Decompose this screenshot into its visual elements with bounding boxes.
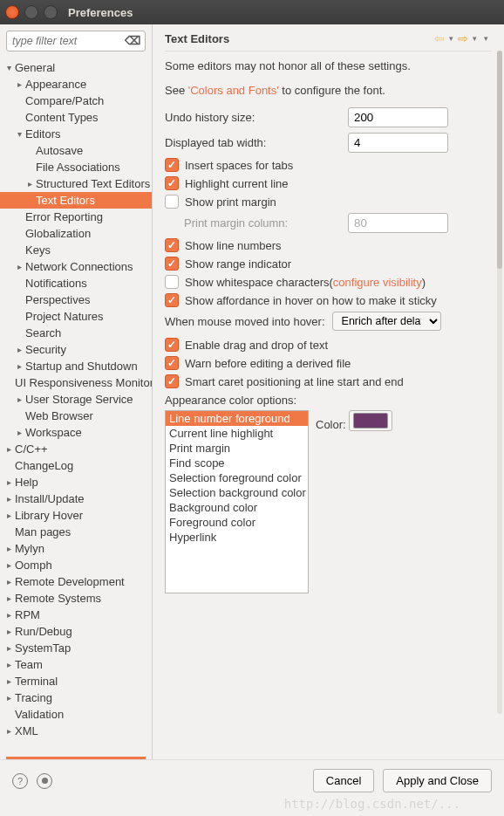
tree-item[interactable]: Text Editors	[0, 192, 152, 209]
chevron-right-icon[interactable]	[3, 643, 14, 653]
tree-item[interactable]: Team	[0, 656, 152, 673]
tree-item[interactable]: User Storage Service	[0, 391, 152, 408]
smart-caret-checkbox[interactable]	[165, 374, 179, 388]
chevron-right-icon[interactable]	[3, 544, 14, 553]
chevron-right-icon[interactable]	[14, 361, 24, 371]
tree-item[interactable]: Tracing	[0, 689, 152, 706]
window-minimize-icon[interactable]	[24, 5, 38, 19]
tree-item[interactable]: Oomph	[0, 557, 152, 573]
color-option-item[interactable]: Find scope	[166, 456, 308, 470]
tree-item[interactable]: Install/Update	[0, 490, 152, 507]
chevron-right-icon[interactable]	[3, 610, 14, 620]
help-icon[interactable]: ?	[12, 773, 28, 789]
tree-item[interactable]: C/C++	[0, 441, 152, 457]
tree-item[interactable]: Editors	[0, 126, 152, 142]
page-menu-icon[interactable]: ▾	[480, 34, 492, 43]
chevron-right-icon[interactable]	[3, 444, 14, 454]
tree-item[interactable]: Network Connections	[0, 258, 152, 275]
whitespace-checkbox[interactable]	[165, 275, 179, 289]
chevron-right-icon[interactable]	[3, 577, 14, 586]
insert-spaces-checkbox[interactable]	[165, 158, 179, 172]
tab-width-input[interactable]	[348, 133, 448, 153]
preference-tree[interactable]: GeneralAppearanceCompare/PatchContent Ty…	[0, 58, 152, 757]
window-close-icon[interactable]	[5, 5, 19, 19]
tree-item[interactable]: Perspectives	[0, 291, 152, 308]
chevron-right-icon[interactable]	[3, 494, 14, 504]
chevron-down-icon[interactable]	[3, 63, 14, 72]
back-icon[interactable]: ⇦	[433, 31, 446, 45]
chevron-right-icon[interactable]	[14, 428, 24, 437]
chevron-right-icon[interactable]	[3, 511, 14, 520]
clear-filter-icon[interactable]: ⌫	[125, 34, 140, 47]
color-options-list[interactable]: Line number foregroundCurrent line highl…	[165, 410, 309, 593]
color-option-item[interactable]: Background color	[166, 500, 308, 515]
tree-item[interactable]: File Associations	[0, 159, 152, 175]
chevron-right-icon[interactable]	[3, 477, 14, 487]
tree-item[interactable]: Workspace	[0, 424, 152, 441]
line-numbers-checkbox[interactable]	[165, 238, 179, 252]
chevron-right-icon[interactable]	[3, 660, 14, 669]
tree-item[interactable]: Remote Development	[0, 573, 152, 590]
tree-item[interactable]: Mylyn	[0, 540, 152, 557]
color-option-item[interactable]: Selection foreground color	[166, 470, 308, 485]
tree-item[interactable]: Startup and Shutdown	[0, 358, 152, 374]
tree-item[interactable]: Error Reporting	[0, 209, 152, 225]
tree-item[interactable]: SystemTap	[0, 640, 152, 656]
tree-item[interactable]: UI Responsiveness Monitoring	[0, 374, 152, 391]
dnd-checkbox[interactable]	[165, 338, 179, 352]
tree-item[interactable]: Keys	[0, 242, 152, 258]
undo-history-input[interactable]	[348, 107, 448, 127]
tree-item[interactable]: Appearance	[0, 76, 152, 93]
tree-item[interactable]: Project Natures	[0, 308, 152, 325]
color-option-item[interactable]: Current line highlight	[166, 426, 308, 441]
tree-item[interactable]: Run/Debug	[0, 623, 152, 640]
configure-visibility-link[interactable]: configure visibility	[333, 276, 422, 289]
color-option-item[interactable]: Print margin	[166, 441, 308, 456]
tree-item[interactable]: Search	[0, 325, 152, 341]
highlight-line-checkbox[interactable]	[165, 176, 179, 190]
color-option-item[interactable]: Foreground color	[166, 515, 308, 530]
chevron-right-icon[interactable]	[24, 179, 35, 189]
chevron-right-icon[interactable]	[14, 345, 24, 354]
forward-menu-icon[interactable]: ▾	[469, 34, 480, 43]
chevron-right-icon[interactable]	[3, 560, 14, 570]
tree-item[interactable]: Remote Systems	[0, 590, 152, 607]
tree-item[interactable]: General	[0, 59, 152, 76]
print-margin-checkbox[interactable]	[165, 195, 179, 209]
color-option-item[interactable]: Line number foreground	[166, 411, 308, 426]
colors-fonts-link[interactable]: 'Colors and Fonts'	[188, 84, 279, 97]
chevron-right-icon[interactable]	[3, 627, 14, 636]
tree-item[interactable]: ChangeLog	[0, 457, 152, 474]
chevron-down-icon[interactable]	[14, 129, 24, 139]
cancel-button[interactable]: Cancel	[313, 769, 374, 792]
affordance-checkbox[interactable]	[165, 293, 179, 307]
tree-item[interactable]: Security	[0, 341, 152, 358]
tree-item[interactable]: Globalization	[0, 225, 152, 242]
import-export-icon[interactable]	[37, 773, 52, 789]
forward-icon[interactable]: ⇨	[457, 31, 469, 45]
tree-item[interactable]: Help	[0, 474, 152, 490]
tree-item[interactable]: Library Hover	[0, 507, 152, 524]
derived-warn-checkbox[interactable]	[165, 356, 179, 370]
back-menu-icon[interactable]: ▾	[446, 34, 457, 43]
tree-item[interactable]: Terminal	[0, 673, 152, 689]
color-picker-button[interactable]	[349, 410, 392, 431]
color-option-item[interactable]: Hyperlink	[166, 530, 308, 545]
tree-item[interactable]: Compare/Patch	[0, 93, 152, 109]
tree-item[interactable]: Content Types	[0, 109, 152, 126]
tree-item[interactable]: Notifications	[0, 275, 152, 291]
tree-item[interactable]: Structured Text Editors	[0, 175, 152, 192]
chevron-right-icon[interactable]	[3, 726, 14, 736]
range-indicator-checkbox[interactable]	[165, 257, 179, 271]
chevron-right-icon[interactable]	[14, 262, 24, 271]
chevron-right-icon[interactable]	[3, 676, 14, 686]
window-maximize-icon[interactable]	[44, 5, 58, 19]
chevron-right-icon[interactable]	[14, 79, 24, 89]
chevron-right-icon[interactable]	[14, 394, 24, 404]
tree-item[interactable]: Web Browser	[0, 408, 152, 424]
apply-close-button[interactable]: Apply and Close	[383, 769, 492, 792]
content-scrollbar[interactable]	[497, 51, 502, 714]
hover-mode-select[interactable]: Enrich after delay	[332, 312, 441, 331]
chevron-right-icon[interactable]	[3, 693, 14, 703]
tree-item[interactable]: Man pages	[0, 524, 152, 540]
